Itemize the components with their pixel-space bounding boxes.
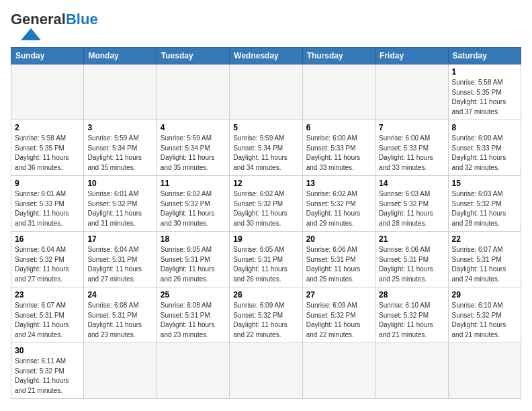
calendar-cell: 11Sunrise: 6:02 AM Sunset: 5:32 PM Dayli… <box>157 176 229 232</box>
calendar-cell: 13Sunrise: 6:02 AM Sunset: 5:32 PM Dayli… <box>302 176 375 232</box>
day-info: Sunrise: 6:02 AM Sunset: 5:32 PM Dayligh… <box>233 189 298 228</box>
calendar-cell: 4Sunrise: 5:59 AM Sunset: 5:34 PM Daylig… <box>157 120 229 176</box>
calendar-cell: 15Sunrise: 6:03 AM Sunset: 5:32 PM Dayli… <box>448 176 521 232</box>
day-info: Sunrise: 6:10 AM Sunset: 5:32 PM Dayligh… <box>452 301 517 340</box>
day-info: Sunrise: 6:04 AM Sunset: 5:32 PM Dayligh… <box>15 245 80 284</box>
calendar-cell <box>157 64 229 120</box>
calendar-cell: 20Sunrise: 6:06 AM Sunset: 5:31 PM Dayli… <box>302 232 375 287</box>
calendar-cell: 21Sunrise: 6:06 AM Sunset: 5:31 PM Dayli… <box>375 232 448 287</box>
day-info: Sunrise: 6:11 AM Sunset: 5:32 PM Dayligh… <box>15 357 80 396</box>
calendar-cell: 8Sunrise: 6:00 AM Sunset: 5:33 PM Daylig… <box>448 120 521 176</box>
calendar-cell: 14Sunrise: 6:03 AM Sunset: 5:32 PM Dayli… <box>375 176 448 232</box>
calendar-cell: 18Sunrise: 6:05 AM Sunset: 5:31 PM Dayli… <box>157 232 229 287</box>
calendar-cell: 1Sunrise: 5:58 AM Sunset: 5:35 PM Daylig… <box>448 64 521 120</box>
day-info: Sunrise: 6:02 AM Sunset: 5:32 PM Dayligh… <box>161 189 226 228</box>
calendar-cell: 6Sunrise: 6:00 AM Sunset: 5:33 PM Daylig… <box>302 120 375 176</box>
day-info: Sunrise: 6:05 AM Sunset: 5:31 PM Dayligh… <box>233 245 298 284</box>
calendar-cell: 10Sunrise: 6:01 AM Sunset: 5:32 PM Dayli… <box>84 176 157 232</box>
calendar-week-row: 1Sunrise: 5:58 AM Sunset: 5:35 PM Daylig… <box>11 64 521 120</box>
logo-icon <box>11 28 51 42</box>
day-number: 1 <box>452 67 517 77</box>
day-info: Sunrise: 5:59 AM Sunset: 5:34 PM Dayligh… <box>233 134 298 173</box>
calendar-cell: 12Sunrise: 6:02 AM Sunset: 5:32 PM Dayli… <box>230 176 302 232</box>
day-info: Sunrise: 6:03 AM Sunset: 5:32 PM Dayligh… <box>379 189 444 228</box>
day-number: 7 <box>379 123 444 132</box>
calendar-cell: 7Sunrise: 6:00 AM Sunset: 5:33 PM Daylig… <box>375 120 448 176</box>
calendar-cell <box>302 343 375 399</box>
day-info: Sunrise: 6:04 AM Sunset: 5:31 PM Dayligh… <box>87 245 152 284</box>
day-number: 2 <box>15 123 80 132</box>
calendar-cell: 16Sunrise: 6:04 AM Sunset: 5:32 PM Dayli… <box>11 232 84 287</box>
day-number: 4 <box>161 123 226 132</box>
day-info: Sunrise: 5:59 AM Sunset: 5:34 PM Dayligh… <box>161 134 226 173</box>
day-number: 21 <box>379 234 444 244</box>
day-number: 25 <box>161 290 226 300</box>
day-number: 13 <box>306 179 371 188</box>
calendar-cell <box>84 64 157 120</box>
calendar-week-row: 23Sunrise: 6:07 AM Sunset: 5:31 PM Dayli… <box>11 287 521 343</box>
calendar-cell: 24Sunrise: 6:08 AM Sunset: 5:31 PM Dayli… <box>84 287 157 343</box>
calendar-cell <box>230 343 302 399</box>
day-number: 11 <box>161 179 226 188</box>
day-info: Sunrise: 6:03 AM Sunset: 5:32 PM Dayligh… <box>452 189 517 228</box>
day-number: 26 <box>233 290 298 300</box>
day-info: Sunrise: 6:06 AM Sunset: 5:31 PM Dayligh… <box>379 245 444 284</box>
weekday-thursday: Thursday <box>302 48 375 64</box>
day-info: Sunrise: 6:02 AM Sunset: 5:32 PM Dayligh… <box>306 189 371 228</box>
day-info: Sunrise: 6:06 AM Sunset: 5:31 PM Dayligh… <box>306 245 371 284</box>
calendar-cell: 29Sunrise: 6:10 AM Sunset: 5:32 PM Dayli… <box>448 287 521 343</box>
calendar-week-row: 9Sunrise: 6:01 AM Sunset: 5:33 PM Daylig… <box>11 176 521 232</box>
calendar-cell <box>84 343 157 399</box>
calendar-cell: 23Sunrise: 6:07 AM Sunset: 5:31 PM Dayli… <box>11 287 84 343</box>
day-number: 24 <box>87 290 152 300</box>
day-number: 10 <box>87 179 152 188</box>
day-info: Sunrise: 6:08 AM Sunset: 5:31 PM Dayligh… <box>161 301 226 340</box>
day-number: 19 <box>233 234 298 244</box>
day-number: 29 <box>452 290 517 300</box>
day-number: 28 <box>379 290 444 300</box>
weekday-friday: Friday <box>375 48 448 64</box>
calendar-cell: 28Sunrise: 6:10 AM Sunset: 5:32 PM Dayli… <box>375 287 448 343</box>
day-number: 15 <box>452 179 517 188</box>
day-number: 16 <box>15 234 80 244</box>
calendar-cell: 2Sunrise: 5:58 AM Sunset: 5:35 PM Daylig… <box>11 120 84 176</box>
day-number: 5 <box>233 123 298 132</box>
calendar-cell: 9Sunrise: 6:01 AM Sunset: 5:33 PM Daylig… <box>11 176 84 232</box>
day-number: 14 <box>379 179 444 188</box>
day-number: 17 <box>87 234 152 244</box>
day-number: 18 <box>161 234 226 244</box>
calendar-cell: 5Sunrise: 5:59 AM Sunset: 5:34 PM Daylig… <box>230 120 302 176</box>
day-info: Sunrise: 6:00 AM Sunset: 5:33 PM Dayligh… <box>452 134 517 173</box>
calendar-body: 1Sunrise: 5:58 AM Sunset: 5:35 PM Daylig… <box>11 64 521 399</box>
day-number: 23 <box>15 290 80 300</box>
calendar-cell: 19Sunrise: 6:05 AM Sunset: 5:31 PM Dayli… <box>230 232 302 287</box>
weekday-tuesday: Tuesday <box>157 48 229 64</box>
day-info: Sunrise: 5:59 AM Sunset: 5:34 PM Dayligh… <box>87 134 152 173</box>
weekday-sunday: Sunday <box>11 48 84 64</box>
day-info: Sunrise: 6:10 AM Sunset: 5:32 PM Dayligh… <box>379 301 444 340</box>
day-info: Sunrise: 6:07 AM Sunset: 5:31 PM Dayligh… <box>452 245 517 284</box>
calendar-cell: 27Sunrise: 6:09 AM Sunset: 5:32 PM Dayli… <box>302 287 375 343</box>
calendar-week-row: 30Sunrise: 6:11 AM Sunset: 5:32 PM Dayli… <box>11 343 521 399</box>
calendar-cell <box>375 343 448 399</box>
calendar-cell: 30Sunrise: 6:11 AM Sunset: 5:32 PM Dayli… <box>11 343 84 399</box>
day-number: 30 <box>15 346 80 355</box>
calendar-cell <box>11 64 84 120</box>
weekday-saturday: Saturday <box>448 48 521 64</box>
calendar-cell <box>302 64 375 120</box>
day-number: 27 <box>306 290 371 300</box>
calendar-cell <box>448 343 521 399</box>
calendar-week-row: 16Sunrise: 6:04 AM Sunset: 5:32 PM Dayli… <box>11 232 521 287</box>
calendar-cell: 22Sunrise: 6:07 AM Sunset: 5:31 PM Dayli… <box>448 232 521 287</box>
day-info: Sunrise: 6:08 AM Sunset: 5:31 PM Dayligh… <box>87 301 152 340</box>
logo-text: General <box>11 11 66 28</box>
calendar-cell <box>375 64 448 120</box>
weekday-header-row: SundayMondayTuesdayWednesdayThursdayFrid… <box>11 48 521 64</box>
day-info: Sunrise: 6:09 AM Sunset: 5:32 PM Dayligh… <box>233 301 298 340</box>
logo: General Blue <box>11 11 98 42</box>
day-number: 9 <box>15 179 80 188</box>
day-number: 22 <box>452 234 517 244</box>
weekday-monday: Monday <box>84 48 157 64</box>
day-info: Sunrise: 5:58 AM Sunset: 5:35 PM Dayligh… <box>452 78 517 117</box>
day-info: Sunrise: 6:00 AM Sunset: 5:33 PM Dayligh… <box>379 134 444 173</box>
